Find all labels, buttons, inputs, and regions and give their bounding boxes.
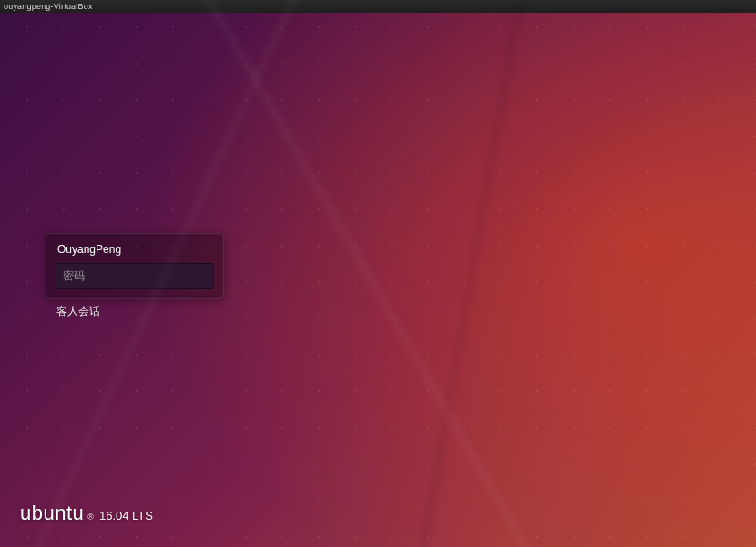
login-card: OuyangPeng [46,233,224,299]
lock-screen-background: ouyangpeng-VirtualBox OuyangPeng 客人会话 ub… [0,0,756,547]
window-titlebar: ouyangpeng-VirtualBox [0,0,756,13]
username-label: OuyangPeng [56,243,214,263]
guest-session-button[interactable]: 客人会话 [56,304,100,319]
password-field-wrap [56,263,214,289]
password-input[interactable] [57,265,212,287]
window-title: ouyangpeng-VirtualBox [4,2,93,11]
registered-mark: ® [87,512,94,522]
os-brand: ubuntu® 16.04 LTS [20,501,153,525]
os-name: ubuntu [20,501,84,525]
os-version: 16.04 LTS [99,509,153,522]
